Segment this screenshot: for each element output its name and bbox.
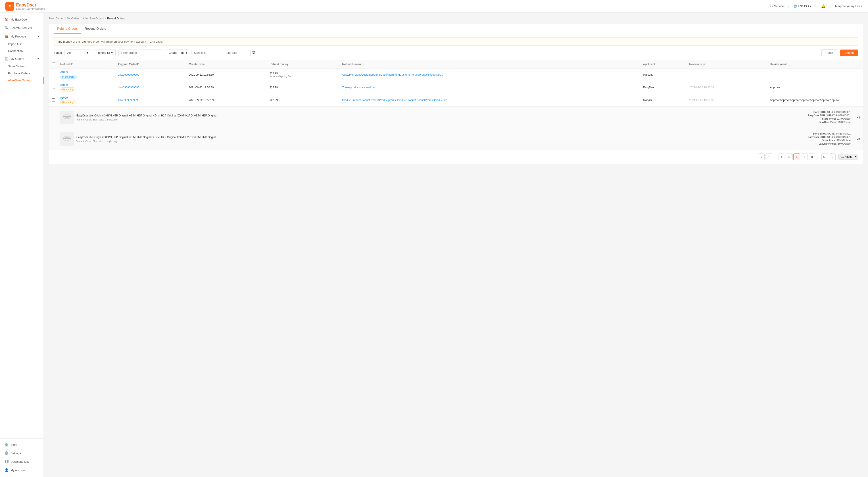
sidebar-sub-connection[interactable]: Connection bbox=[8, 47, 43, 55]
row-checkbox[interactable] bbox=[52, 86, 55, 89]
th-original-order-id: Original OrderID bbox=[116, 60, 186, 68]
calendar-icon[interactable]: 📅 bbox=[252, 51, 256, 55]
page-next-button[interactable]: › bbox=[829, 154, 836, 160]
reset-button[interactable]: Reset bbox=[822, 49, 837, 56]
status-badge: In progress bbox=[60, 75, 76, 79]
language-selector[interactable]: 🌐 EN/USD ▾ bbox=[794, 4, 811, 8]
refund-id-select[interactable]: Refund ID ▾ bbox=[94, 49, 116, 56]
store-icon: 🏪 bbox=[4, 443, 9, 447]
product-image bbox=[61, 112, 72, 123]
original-order-id-link[interactable]: zhw09090909090 bbox=[118, 86, 184, 89]
my-orders-submenu: Store Orders Purchase Orders After-Sale … bbox=[0, 63, 43, 84]
sidebar-item-my-orders-left: 📋 My Orders bbox=[4, 57, 24, 61]
tab-refund-orders[interactable]: Refund Orders bbox=[54, 24, 81, 34]
sidebar-item-settings[interactable]: ⚙️ Settings bbox=[0, 449, 43, 457]
orders-chevron-icon: ▾ bbox=[37, 57, 39, 61]
row-checkbox[interactable] bbox=[52, 98, 55, 102]
page-50-button[interactable]: 50 bbox=[822, 154, 828, 160]
select-all-checkbox[interactable] bbox=[52, 62, 55, 65]
end-date-input[interactable] bbox=[224, 50, 251, 56]
sidebar-item-search-products[interactable]: 🔍 Search Products bbox=[0, 24, 43, 32]
row-review-time-cell: 2021-09-22 19:56:39 bbox=[686, 81, 767, 94]
page-6-button[interactable]: 6 bbox=[794, 154, 800, 160]
store-price: Store Price: $23.99/piece bbox=[802, 117, 850, 120]
filter-orders-input[interactable] bbox=[118, 49, 163, 56]
page-prev-button[interactable]: ‹ bbox=[758, 154, 765, 160]
sidebar-label-my-account: My Account bbox=[10, 469, 26, 472]
shipping-note: Include shipping fee bbox=[270, 75, 337, 78]
product-checkbox-cell bbox=[49, 107, 58, 128]
products-chevron-icon: ▾ bbox=[37, 35, 39, 38]
sidebar-sub-after-sale-orders[interactable]: After-Sale Orders bbox=[8, 77, 43, 84]
pagination: ‹ 1 ··· 4 5 6 7 8 ··· 50 › 10 / page 20 … bbox=[49, 150, 863, 164]
sidebar-item-my-account[interactable]: 👤 My Account bbox=[0, 466, 43, 474]
logo[interactable]: e EasyDser Easy Sell, Easy Dropshipping bbox=[5, 2, 45, 11]
th-refund-reason: Refund Reason bbox=[340, 60, 641, 68]
row-refund-reason-cell: ProductProductProductProductProductprodu… bbox=[340, 94, 641, 107]
refund-id-link[interactable]: #1009 bbox=[60, 83, 113, 87]
original-order-id-link[interactable]: zhw09090909090 bbox=[118, 99, 184, 102]
easydser-sku: EasyDser SKU: XUE48394839843001 bbox=[802, 114, 850, 117]
notification-bell-icon[interactable]: 🔔 bbox=[821, 4, 826, 8]
th-checkbox bbox=[49, 60, 58, 68]
status-chevron-icon: ▾ bbox=[87, 51, 88, 55]
sidebar-label-download-list: Download List bbox=[10, 460, 29, 464]
orders-icon: 📋 bbox=[4, 57, 9, 61]
sidebar-item-download-list[interactable]: ⬇️ Download List bbox=[0, 457, 43, 466]
row-refund-money-cell: $22.99 Include shipping fee bbox=[267, 68, 339, 81]
our-service-link[interactable]: Our Service bbox=[769, 4, 784, 8]
main-content: User Center / My Orders / After-Sale Ord… bbox=[44, 12, 868, 477]
page-size-select[interactable]: 10 / page 20 / page 50 / page bbox=[838, 154, 858, 160]
page-8-button[interactable]: 8 bbox=[809, 154, 815, 160]
product-detail-cell: EasyDser title: Original XGIMI H2P Origi… bbox=[58, 107, 863, 128]
page-5-button[interactable]: 5 bbox=[786, 154, 793, 160]
breadcrumb-my-orders[interactable]: My Orders bbox=[67, 17, 80, 20]
tab-resend-orders[interactable]: Resend Orders bbox=[81, 24, 110, 34]
table-row: #1009 In progress zhw09090909090 2021-09… bbox=[49, 68, 863, 81]
status-select[interactable]: All ▾ bbox=[64, 49, 91, 56]
refund-reason-link[interactable]: ProductProductProductProductProductprodu… bbox=[342, 99, 450, 102]
product-item: EasyDser title: Original XGIMI H2P Origi… bbox=[60, 109, 860, 126]
globe-icon: 🌐 bbox=[794, 4, 797, 8]
row-applicant-cell: EasyDser bbox=[641, 81, 687, 94]
easydser-price: EasyDser Price: $9.00/piece bbox=[802, 121, 850, 124]
row-create-time-cell: 2021-09-22 19:56:39 bbox=[186, 68, 267, 81]
row-checkbox[interactable] bbox=[52, 73, 55, 76]
sidebar-item-my-orders[interactable]: 📋 My Orders ▾ bbox=[0, 55, 43, 63]
svg-point-2 bbox=[63, 116, 71, 117]
table-row: #1009 Refunding zhw09090909090 2021-09-2… bbox=[49, 94, 863, 107]
user-menu[interactable]: Marymarymary Lee ▾ bbox=[835, 4, 863, 8]
sidebar-item-my-products[interactable]: 📦 My Products ▾ bbox=[0, 32, 43, 41]
sidebar-sub-import-list[interactable]: Import List bbox=[8, 41, 43, 47]
date-arrow-icon: → bbox=[220, 51, 223, 55]
tabs: Refund Orders Resend Orders bbox=[49, 24, 863, 34]
logo-icon: e bbox=[5, 2, 14, 11]
refund-id-link[interactable]: #1009 bbox=[60, 71, 113, 74]
start-date-input[interactable] bbox=[191, 50, 218, 56]
refund-id-link[interactable]: #1009 bbox=[60, 96, 113, 99]
sidebar-item-my-easydser[interactable]: 🏠 My EasyDser bbox=[0, 15, 43, 24]
row-applicant-cell: Maryzhu bbox=[641, 94, 687, 107]
breadcrumb-after-sale[interactable]: After-Sale Orders bbox=[83, 17, 103, 20]
sidebar-sub-purchase-orders[interactable]: Purchase Orders bbox=[8, 70, 43, 77]
product-thumbnail bbox=[60, 111, 74, 124]
row-checkbox-cell bbox=[49, 81, 58, 94]
refund-reason-link[interactable]: These products are sold out bbox=[342, 86, 375, 89]
orders-table: Refund ID Original OrderID Create Time R… bbox=[49, 60, 863, 150]
sidebar-item-store[interactable]: 🏪 Store bbox=[0, 440, 43, 449]
create-time-select[interactable]: Create Time ▾ bbox=[166, 49, 190, 56]
svg-point-9 bbox=[63, 137, 71, 139]
page-7-button[interactable]: 7 bbox=[801, 154, 808, 160]
page-4-button[interactable]: 4 bbox=[778, 154, 785, 160]
original-order-id-link[interactable]: zhw09090909090 bbox=[118, 73, 184, 76]
sidebar-label-my-easydser: My EasyDser bbox=[10, 18, 28, 21]
page-1-button[interactable]: 1 bbox=[766, 154, 772, 160]
search-button[interactable]: Search bbox=[840, 49, 858, 56]
refund-reason-link[interactable]: CustomerrefundCustomerrefundCustomerrefu… bbox=[342, 73, 443, 76]
sidebar-sub-store-orders[interactable]: Store Orders bbox=[8, 63, 43, 70]
row-review-result-cell: Approve bbox=[767, 81, 863, 94]
refund-id-chevron-icon: ▾ bbox=[111, 51, 113, 55]
row-order-id-cell: zhw09090909090 bbox=[116, 94, 186, 107]
refund-id-label: Refund ID bbox=[97, 51, 110, 55]
breadcrumb-user-center[interactable]: User Center bbox=[49, 17, 64, 20]
